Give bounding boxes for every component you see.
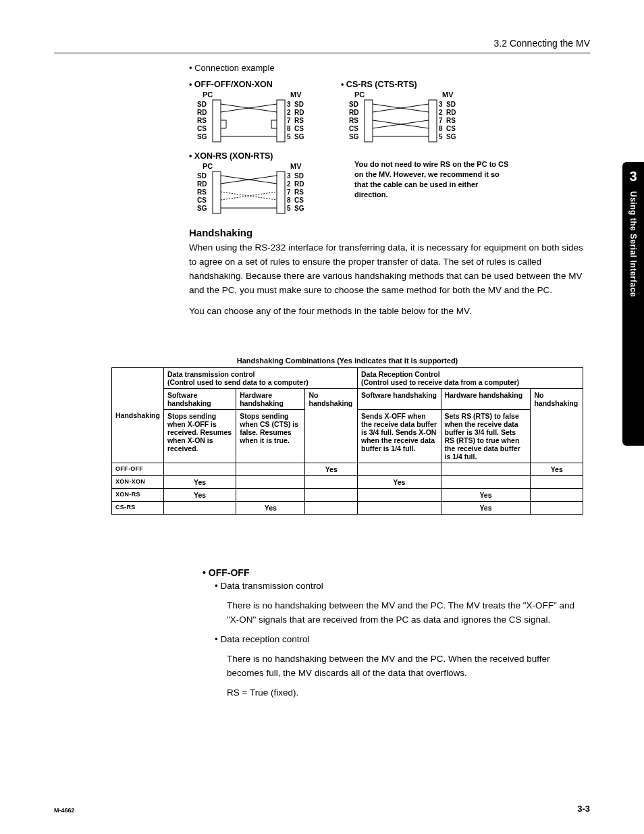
- wiring-note: You do not need to wire RS on the PC to …: [354, 159, 510, 199]
- svg-text:RS: RS: [349, 117, 358, 124]
- svg-text:8: 8: [287, 197, 291, 204]
- handshaking-paragraph-2: You can choose any of the four methods i…: [189, 305, 583, 319]
- svg-text:7: 7: [439, 117, 443, 124]
- body: • Connection example • OFF-OFF/XON-XON P…: [189, 57, 583, 325]
- footer-docid: M-4662: [54, 807, 75, 814]
- table-rowhead: Handshaking: [115, 411, 160, 419]
- chapter-number: 3: [629, 169, 637, 184]
- table-row: CS-RS Yes Yes: [112, 502, 583, 515]
- svg-rect-25: [277, 172, 285, 213]
- svg-text:SD: SD: [197, 172, 207, 180]
- svg-rect-2: [213, 100, 221, 142]
- svg-text:MV: MV: [290, 162, 302, 170]
- svg-text:MV: MV: [442, 90, 454, 99]
- offoff-tx-text: There is no handshaking between the MV a…: [227, 599, 583, 627]
- table-row: OFF-OFF Yes Yes: [112, 463, 583, 476]
- header-rule: [54, 53, 590, 53]
- svg-text:7: 7: [287, 117, 291, 124]
- svg-text:RS: RS: [294, 188, 304, 196]
- svg-text:SG: SG: [197, 133, 207, 140]
- svg-text:RS: RS: [197, 188, 207, 196]
- svg-text:CS: CS: [197, 125, 207, 132]
- svg-text:2: 2: [287, 109, 291, 116]
- svg-text:SD: SD: [294, 101, 304, 108]
- svg-text:2: 2: [439, 109, 443, 116]
- handshaking-table-wrap: Handshaking Combinations (Yes indicates …: [111, 357, 583, 515]
- svg-text:PC: PC: [203, 162, 213, 170]
- offoff-rs-text: RS = True (fixed).: [227, 686, 583, 700]
- diagram-title-offoff: • OFF-OFF/XON-XON: [189, 80, 314, 89]
- svg-text:2: 2: [287, 180, 291, 188]
- svg-text:RS: RS: [446, 117, 456, 124]
- offoff-tx-label: • Data transmission control: [215, 579, 583, 594]
- diagram-title-csrs: • CS-RS (CTS-RTS): [341, 80, 510, 89]
- svg-text:7: 7: [287, 188, 291, 196]
- svg-text:3: 3: [287, 101, 291, 108]
- wiring-diagram-csrs: PC MV SD RD RS CS SG 3SD 2RD 7RS 8CS 5SG: [341, 90, 466, 145]
- svg-text:8: 8: [439, 125, 443, 132]
- svg-text:RD: RD: [197, 180, 207, 188]
- svg-text:SG: SG: [294, 205, 304, 212]
- offoff-rx-text: There is no handshaking between the MV a…: [227, 652, 583, 681]
- svg-rect-24: [213, 172, 221, 213]
- svg-text:3: 3: [287, 172, 291, 180]
- offoff-section: • OFF-OFF • Data transmission control Th…: [203, 567, 583, 705]
- svg-text:SD: SD: [446, 101, 456, 108]
- diagram-title-xonrs: • XON-RS (XON-RTS): [189, 151, 314, 161]
- svg-text:RD: RD: [294, 180, 304, 188]
- table-row: XON-RS Yes Yes: [112, 489, 583, 502]
- wiring-diagram-xonrs: PC MV SD RD RS CS SG 3SD 2RD 7RS 8CS 5SG: [189, 162, 314, 216]
- svg-text:RS: RS: [294, 117, 304, 124]
- wiring-diagram-offoff: PC MV SD RD RS CS SG 3SD 2RD 7RS 8CS 5SG: [189, 90, 314, 145]
- svg-text:MV: MV: [290, 90, 302, 99]
- svg-text:3: 3: [439, 101, 443, 108]
- svg-text:RD: RD: [446, 109, 456, 116]
- svg-text:CS: CS: [446, 125, 456, 132]
- svg-text:RS: RS: [197, 117, 207, 124]
- section-breadcrumb: 3.2 Connecting the MV: [54, 38, 590, 49]
- svg-text:SD: SD: [294, 172, 304, 180]
- handshaking-paragraph-1: When using the RS-232 interface for tran…: [189, 241, 583, 298]
- svg-text:PC: PC: [354, 90, 365, 99]
- svg-text:8: 8: [287, 125, 291, 132]
- handshaking-table: Handshaking Data transmission control(Co…: [111, 367, 583, 515]
- table-row: XON-XON Yes Yes: [112, 476, 583, 489]
- svg-text:5: 5: [287, 133, 291, 140]
- svg-text:SD: SD: [197, 101, 207, 108]
- svg-text:CS: CS: [294, 125, 304, 132]
- chapter-title: Using the Serial Interface: [628, 191, 638, 297]
- svg-text:CS: CS: [197, 197, 207, 204]
- svg-text:5: 5: [287, 205, 291, 212]
- footer-pagenum: 3-3: [577, 804, 590, 814]
- svg-text:RD: RD: [294, 109, 304, 116]
- svg-text:RD: RD: [349, 109, 358, 116]
- offoff-heading: • OFF-OFF: [203, 567, 583, 578]
- page: 3.2 Connecting the MV 3 Using the Serial…: [0, 0, 644, 834]
- svg-text:SG: SG: [349, 133, 359, 140]
- svg-rect-3: [277, 100, 285, 142]
- svg-text:SD: SD: [349, 101, 358, 108]
- offoff-rx-label: • Data reception control: [215, 633, 583, 647]
- svg-rect-49: [429, 100, 437, 142]
- svg-text:CS: CS: [349, 125, 358, 132]
- svg-text:PC: PC: [203, 90, 213, 99]
- svg-text:SG: SG: [197, 205, 207, 212]
- svg-text:RD: RD: [197, 109, 207, 116]
- wiring-diagrams: • OFF-OFF/XON-XON PC MV SD RD RS CS SG 3…: [189, 77, 583, 216]
- chapter-tab: 3 Using the Serial Interface: [622, 162, 644, 446]
- svg-text:CS: CS: [294, 197, 304, 204]
- svg-text:5: 5: [439, 133, 443, 140]
- svg-text:SG: SG: [294, 133, 304, 140]
- table-caption: Handshaking Combinations (Yes indicates …: [111, 357, 583, 365]
- connection-example-label: • Connection example: [189, 63, 583, 73]
- handshaking-heading: Handshaking: [189, 227, 583, 238]
- svg-text:SG: SG: [446, 133, 456, 140]
- svg-rect-48: [365, 100, 373, 142]
